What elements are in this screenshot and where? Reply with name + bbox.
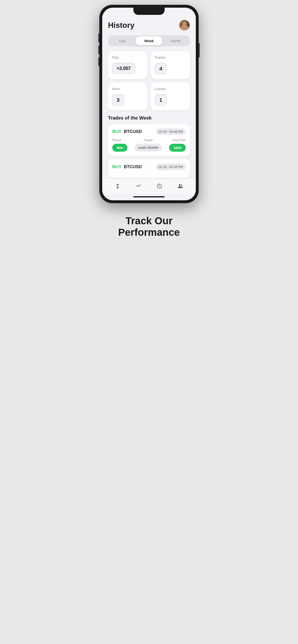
- stats-grid: Pips +2.057 Trades 4 Wins 3 Losses 1: [108, 51, 190, 110]
- trade-header-1: BUY BTCUSD 02-20 - 04:46 PM: [112, 128, 186, 135]
- pips-label: Pips: [112, 55, 119, 60]
- trade-timestamp-1: 02-20 - 04:46 PM: [156, 128, 186, 135]
- trade-pair-1: BUY BTCUSD: [112, 129, 142, 134]
- trade-pair-2: BUY BTCUSD: [112, 164, 142, 170]
- nav-chart-icon[interactable]: [134, 182, 143, 192]
- nav-transfers-icon[interactable]: [113, 182, 122, 192]
- losses-label: Losses: [155, 87, 166, 91]
- pips-total-badge: 1000: [169, 144, 186, 152]
- bottom-nav: [102, 178, 196, 194]
- phone-notch: [133, 8, 165, 15]
- trade-card-1: BUY BTCUSD 02-20 - 04:46 PM Result Win T…: [108, 124, 190, 156]
- trade-result-col: Result Win: [112, 138, 127, 152]
- phone-screen: History Day Week Month Pips +2.057: [102, 8, 196, 200]
- tab-month[interactable]: Month: [163, 36, 189, 45]
- stat-card-losses: Losses 1: [151, 82, 190, 110]
- trade-pips-col: Total Pips 1000: [169, 138, 186, 152]
- tab-day[interactable]: Day: [109, 36, 135, 45]
- nav-users-icon[interactable]: [176, 182, 185, 192]
- trade-card-2: BUY BTCUSD 02-20 - 04:36 PM: [108, 159, 190, 178]
- trade-trader-col: Trader Justin Mueller: [135, 138, 162, 152]
- tagline-line2: Performance: [118, 227, 180, 238]
- stat-card-pips: Pips +2.057: [108, 51, 147, 79]
- wins-value: 3: [112, 94, 124, 106]
- home-indicator: [133, 196, 165, 198]
- result-label: Result: [112, 138, 121, 142]
- svg-point-3: [181, 185, 182, 186]
- wins-label: Wins: [112, 87, 120, 91]
- tab-selector: Day Week Month: [108, 36, 190, 46]
- tagline: Track Our Performance: [106, 215, 192, 238]
- nav-history-icon[interactable]: [155, 182, 164, 192]
- result-badge: Win: [112, 144, 127, 152]
- avatar[interactable]: [179, 20, 190, 31]
- trades-section-title: Trades of the Week: [108, 115, 190, 121]
- stat-card-wins: Wins 3: [108, 82, 147, 110]
- trade-action-1: BUY: [112, 129, 121, 134]
- svg-point-2: [179, 184, 181, 186]
- tab-week[interactable]: Week: [135, 36, 162, 45]
- page-title: History: [108, 21, 134, 30]
- app-header: History: [108, 20, 190, 31]
- trade-symbol-1: BTCUSD: [124, 129, 142, 134]
- avatar-image: [180, 20, 190, 30]
- trades-label: Trades: [155, 55, 166, 60]
- pips-total-label: Total Pips: [172, 138, 186, 142]
- trade-details-1: Result Win Trader Justin Mueller Total P…: [112, 138, 186, 152]
- trade-action-2: BUY: [112, 164, 121, 169]
- trade-symbol-2: BTCUSD: [124, 164, 142, 169]
- stat-card-trades: Trades 4: [151, 51, 190, 79]
- bottom-section: Track Our Performance: [99, 203, 199, 248]
- phone-frame: History Day Week Month Pips +2.057: [99, 5, 199, 203]
- trade-timestamp-2: 02-20 - 04:36 PM: [156, 164, 186, 170]
- trades-value: 4: [155, 63, 167, 75]
- losses-value: 1: [155, 94, 167, 106]
- screen-content: History Day Week Month Pips +2.057: [102, 15, 196, 178]
- trade-header-2: BUY BTCUSD 02-20 - 04:36 PM: [112, 164, 186, 170]
- trader-label: Trader: [144, 138, 153, 142]
- tagline-line1: Track Our: [125, 215, 173, 226]
- trader-badge: Justin Mueller: [135, 144, 162, 152]
- pips-value: +2.057: [112, 63, 135, 74]
